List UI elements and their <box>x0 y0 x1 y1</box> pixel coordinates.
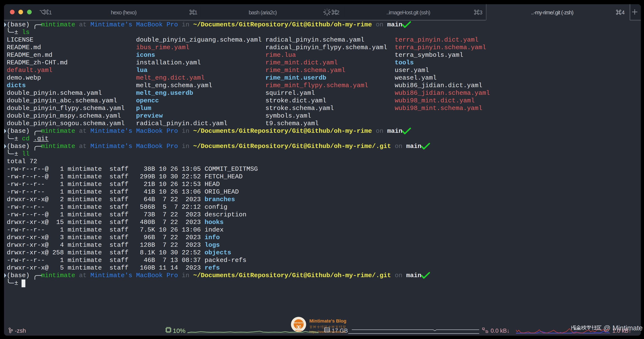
svg-text:Blogger: Blogger <box>295 330 302 332</box>
svg-text:MINTIMATE: MINTIMATE <box>294 322 303 324</box>
